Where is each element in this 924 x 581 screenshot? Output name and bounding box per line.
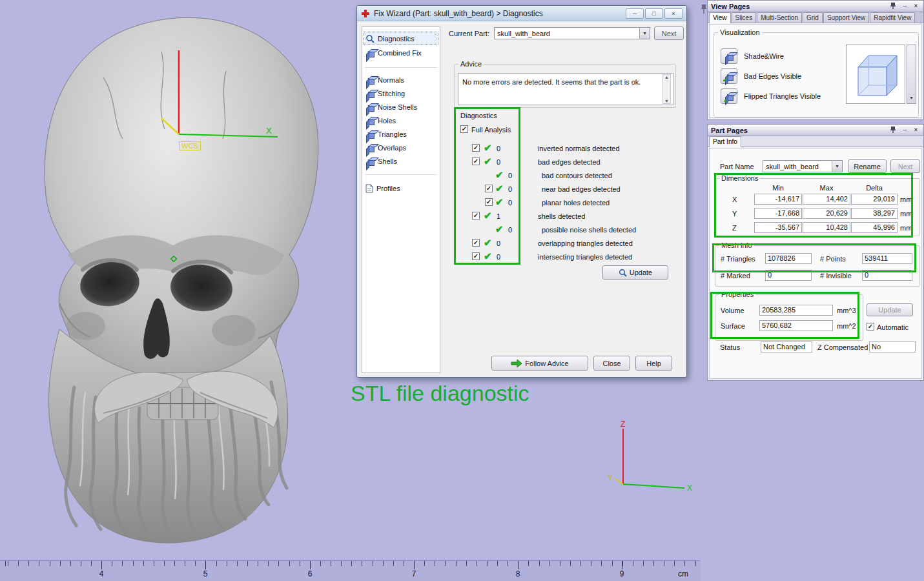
view-pages-titlebar[interactable]: View Pages ─ × — [708, 1, 923, 12]
triangles-field[interactable]: 1078826 — [765, 253, 812, 264]
close-icon[interactable]: × — [912, 2, 920, 10]
z-min-field[interactable]: -35,567 — [754, 222, 802, 233]
dock-pin-icon[interactable] — [701, 3, 707, 17]
x-max-field[interactable]: 14,402 — [803, 194, 850, 205]
diagnostic-row: ✓ ✔ 0 bad edges detected — [357, 156, 686, 169]
y-max-field[interactable]: 20,629 — [803, 208, 850, 219]
surface-label: Surface — [721, 322, 745, 330]
triangles-label: # Triangles — [721, 255, 755, 263]
close-button[interactable]: × — [664, 8, 683, 19]
wcs-label: WCS — [179, 141, 201, 150]
ruler: 4 5 6 7 8 9 cm — [0, 560, 701, 581]
cube-icon — [368, 51, 375, 57]
tab-support-view[interactable]: Support View — [823, 12, 869, 23]
tab-part-info[interactable]: Part Info — [709, 136, 741, 147]
minimize-button[interactable]: ─ — [626, 8, 644, 19]
magics-application: X WCS STL file diagnostic Z X Y 4 5 6 7 … — [0, 0, 924, 581]
check-icon: ✔ — [495, 170, 504, 181]
maximize-button[interactable]: □ — [645, 8, 663, 19]
next-part-button[interactable]: Next — [890, 159, 920, 173]
pin-icon[interactable] — [890, 126, 898, 134]
tab-slices[interactable]: Slices — [732, 12, 757, 23]
view-orientation-preview[interactable] — [846, 45, 905, 104]
check-icon: ✔ — [484, 251, 492, 262]
points-field[interactable]: 539411 — [862, 253, 912, 264]
advice-scrollbar[interactable]: ▲ ▼ — [662, 74, 671, 104]
follow-advice-button[interactable]: Follow Advice — [491, 356, 588, 371]
check-icon: ✔ — [495, 183, 504, 194]
x-delta-field[interactable]: 29,019 — [851, 194, 898, 205]
scroll-up-icon[interactable]: ▲ — [664, 75, 669, 79]
sidebar-item-label: Stitching — [378, 90, 405, 97]
row-checkbox[interactable]: ✓ — [472, 144, 480, 152]
collapse-icon[interactable]: ─ — [901, 2, 909, 10]
properties-update-button[interactable]: Update — [867, 303, 913, 316]
close-dialog-button[interactable]: Close — [593, 356, 630, 371]
volume-field[interactable]: 20583,285 — [759, 305, 833, 316]
sidebar-item-diagnostics[interactable]: Diagnostics — [364, 32, 438, 45]
row-checkbox[interactable]: ✓ — [485, 185, 493, 192]
marked-label: # Marked — [721, 272, 750, 280]
ruler-number: 8 — [509, 569, 526, 578]
preview-dropdown-button[interactable]: ▾ — [907, 45, 916, 104]
row-checkbox[interactable]: ✓ — [472, 158, 480, 165]
scroll-down-icon[interactable]: ▼ — [664, 99, 669, 103]
points-label: # Points — [820, 255, 846, 263]
surface-field[interactable]: 5760,682 — [759, 320, 833, 331]
part-name-value: skull_with_beard — [763, 163, 832, 170]
tab-grid[interactable]: Grid — [803, 12, 823, 23]
follow-advice-label: Follow Advice — [525, 360, 568, 367]
marked-field[interactable]: 0 — [765, 270, 812, 281]
part-pages-tabs: Part Info — [708, 136, 923, 147]
row-checkbox[interactable]: ✓ — [472, 252, 480, 260]
flipped-triangles-visible-button[interactable]: ▲ — [721, 88, 737, 104]
current-part-combobox[interactable]: skull_with_beard ▾ — [494, 27, 650, 39]
current-part-label: Current Part: — [449, 30, 489, 37]
tab-multi-section[interactable]: Multi-Section — [757, 12, 802, 23]
chevron-down-icon[interactable]: ▾ — [639, 28, 650, 39]
flipped-triangles-visible-label: Flipped Triangles Visible — [744, 92, 821, 100]
z-max-field[interactable]: 10,428 — [803, 222, 850, 233]
z-delta-field[interactable]: 45,996 — [851, 222, 898, 233]
sidebar-item-normals[interactable]: Normals — [364, 74, 438, 86]
part-name-combobox[interactable]: skull_with_beard ▾ — [763, 160, 843, 172]
rename-button[interactable]: Rename — [848, 159, 887, 173]
row-checkbox[interactable]: ✓ — [485, 198, 493, 206]
sidebar-item-noise-shells[interactable]: Noise Shells — [364, 101, 438, 113]
update-button[interactable]: Update — [602, 265, 668, 280]
y-min-field[interactable]: -17,668 — [754, 208, 802, 219]
sidebar-item-combined-fix[interactable]: Combined Fix — [364, 46, 438, 59]
help-button[interactable]: Help — [635, 356, 672, 371]
collapse-icon[interactable]: ─ — [901, 126, 909, 134]
sidebar-item-label: Triangles — [378, 130, 407, 138]
row-checkbox[interactable]: ✓ — [472, 239, 480, 247]
unit-label: mm — [900, 210, 912, 218]
y-delta-field[interactable]: 38,297 — [851, 208, 898, 219]
diagnostic-label: shells detected — [538, 212, 585, 220]
automatic-checkbox[interactable]: ✓ — [867, 323, 874, 331]
sidebar-item-holes[interactable]: Holes — [364, 114, 438, 127]
column-header-max: Max — [803, 184, 850, 192]
full-analysis-checkbox[interactable]: ✓ — [460, 125, 468, 133]
tab-rapidfit-view[interactable]: Rapidfit View — [870, 12, 915, 23]
cube-icon — [727, 54, 734, 61]
pin-icon[interactable] — [890, 2, 898, 10]
row-checkbox[interactable]: ✓ — [472, 212, 480, 219]
z-compensated-label: Z Compensated — [817, 343, 868, 351]
error-count: 0 — [497, 158, 500, 166]
diagnostic-row: ✓ ✔ 0 near bad edges detected — [357, 183, 686, 196]
next-button[interactable]: Next — [654, 26, 684, 40]
error-count: 1 — [497, 212, 500, 220]
shade-wire-button[interactable] — [721, 48, 737, 64]
ruler-tick — [414, 561, 415, 569]
close-icon[interactable]: × — [912, 126, 920, 134]
sidebar-item-triangles[interactable]: Triangles — [364, 128, 438, 140]
bad-edges-visible-button[interactable]: ✔ — [721, 68, 737, 84]
invisible-field[interactable]: 0 — [862, 270, 912, 281]
x-min-field[interactable]: -14,617 — [754, 194, 802, 205]
part-pages-titlebar[interactable]: Part Pages ─ × — [708, 125, 923, 136]
ruler-tick — [518, 561, 518, 569]
chevron-down-icon[interactable]: ▾ — [832, 161, 842, 172]
tab-view[interactable]: View — [709, 12, 731, 23]
sidebar-item-stitching[interactable]: Stitching — [364, 87, 438, 99]
